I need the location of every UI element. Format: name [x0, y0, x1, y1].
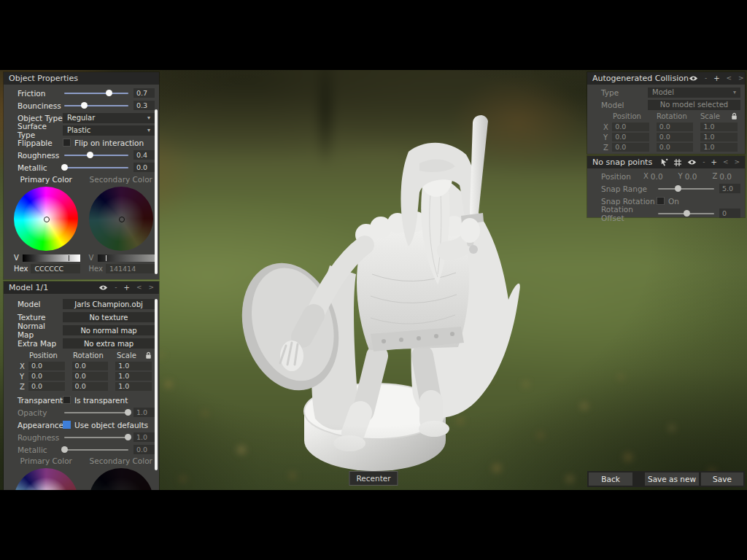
model-metallic-value[interactable]: 0.0: [133, 445, 155, 454]
model-file-button[interactable]: Jarls Champion.obj: [63, 299, 155, 309]
recenter-button[interactable]: Recenter: [349, 471, 398, 486]
object-type-dropdown[interactable]: Regular ▾: [63, 113, 155, 123]
rotation-y-input[interactable]: 0.0: [72, 372, 109, 381]
next-snap-button[interactable]: >: [734, 159, 740, 166]
lock-icon[interactable]: [731, 112, 738, 120]
slider-knob[interactable]: [61, 446, 68, 453]
snap-y-input[interactable]: 0.0: [685, 172, 708, 181]
primary-value-bar[interactable]: [23, 254, 80, 262]
value-bar-cursor[interactable]: [69, 255, 69, 261]
scrollbar[interactable]: [155, 109, 158, 274]
model-primary-color-wheel[interactable]: [14, 468, 78, 490]
save-button[interactable]: Save: [701, 472, 743, 486]
prev-snap-button[interactable]: <: [723, 159, 729, 166]
collision-scale-z[interactable]: 1.0: [700, 143, 738, 152]
roughness-value[interactable]: 0.4: [133, 150, 155, 160]
collision-rotation-y[interactable]: 0.0: [657, 133, 694, 141]
eye-icon[interactable]: [687, 159, 697, 166]
scrollbar[interactable]: [155, 299, 158, 470]
transparent-checkbox[interactable]: [63, 396, 71, 404]
slider-knob[interactable]: [675, 185, 681, 192]
prev-model-button[interactable]: <: [136, 284, 142, 291]
collision-scale-x[interactable]: 1.0: [700, 122, 738, 131]
primary-color-wheel[interactable]: [14, 187, 78, 251]
slider-knob[interactable]: [106, 90, 112, 96]
collision-type-dropdown[interactable]: Model ▾: [648, 88, 740, 98]
snap-range-slider[interactable]: [657, 182, 716, 195]
slider-knob[interactable]: [125, 434, 131, 440]
metallic-slider[interactable]: [63, 161, 130, 174]
secondary-value-bar[interactable]: [98, 254, 155, 262]
collision-scale-y[interactable]: 1.0: [700, 133, 738, 141]
next-model-button[interactable]: >: [148, 284, 154, 291]
slider-knob[interactable]: [684, 210, 690, 217]
texture-file-button[interactable]: No texture: [63, 312, 155, 322]
opacity-slider[interactable]: [63, 406, 130, 419]
friction-slider[interactable]: [63, 87, 130, 99]
slider-knob[interactable]: [87, 152, 93, 158]
add-snap-button[interactable]: +: [711, 159, 717, 166]
model-metallic-slider[interactable]: [63, 443, 130, 456]
collision-rotation-x[interactable]: 0.0: [657, 122, 694, 131]
value-bar-cursor[interactable]: [106, 255, 107, 261]
snap-grid-icon[interactable]: [674, 159, 681, 166]
add-model-button[interactable]: +: [124, 284, 130, 292]
back-button[interactable]: Back: [589, 472, 632, 486]
remove-snap-button[interactable]: -: [703, 159, 705, 166]
snap-rotation-checkbox[interactable]: [657, 197, 665, 205]
roughness-slider[interactable]: [63, 149, 130, 161]
surface-type-dropdown[interactable]: Plastic ▾: [63, 125, 155, 136]
scale-z-input[interactable]: 1.0: [115, 382, 152, 391]
flippable-checkbox[interactable]: [63, 139, 71, 147]
remove-model-button[interactable]: -: [115, 284, 117, 291]
object-properties-header[interactable]: Object Properties: [4, 72, 159, 85]
secondary-color-wheel[interactable]: [89, 187, 153, 251]
slider-knob[interactable]: [125, 409, 131, 416]
collision-position-x[interactable]: 0.0: [612, 122, 649, 131]
prev-collision-button[interactable]: <: [727, 75, 732, 82]
collision-position-y[interactable]: 0.0: [612, 133, 649, 141]
bounciness-slider[interactable]: [63, 99, 130, 112]
opacity-value[interactable]: 1.0: [133, 408, 155, 417]
snap-panel-header[interactable]: No snap points - + < >: [587, 156, 745, 168]
eye-icon[interactable]: [98, 284, 108, 291]
collision-position-z[interactable]: 0.0: [612, 143, 649, 152]
secondary-hex-input[interactable]: 141414: [106, 264, 155, 273]
slider-knob[interactable]: [81, 102, 88, 109]
position-x-input[interactable]: 0.0: [28, 362, 65, 370]
snap-pointer-icon[interactable]: [660, 158, 668, 166]
collision-panel-header[interactable]: Autogenerated Collision - + < >: [587, 72, 745, 85]
position-z-input[interactable]: 0.0: [28, 382, 65, 391]
rotation-offset-value[interactable]: 0: [719, 209, 740, 218]
appearance-checkbox[interactable]: [63, 421, 71, 429]
extra-map-file-button[interactable]: No extra map: [63, 338, 155, 349]
add-collision-button[interactable]: +: [713, 75, 719, 82]
bounciness-value[interactable]: 0.3: [133, 101, 155, 110]
save-as-new-button[interactable]: Save as new: [645, 472, 699, 486]
normal-map-file-button[interactable]: No normal map: [63, 325, 155, 335]
model-roughness-slider[interactable]: [63, 431, 130, 443]
texture-label: Texture: [18, 313, 63, 322]
collision-rotation-z[interactable]: 0.0: [657, 143, 694, 152]
snap-z-input[interactable]: 0.0: [719, 172, 740, 181]
next-collision-button[interactable]: >: [738, 75, 744, 82]
scale-y-input[interactable]: 1.0: [115, 372, 152, 381]
scale-x-input[interactable]: 1.0: [115, 362, 152, 370]
model-panel-header[interactable]: Model 1/1 - + < >: [4, 281, 159, 294]
position-y-input[interactable]: 0.0: [28, 372, 65, 381]
snap-x-input[interactable]: 0.0: [651, 172, 673, 181]
eye-icon[interactable]: [689, 75, 698, 82]
lock-icon[interactable]: [145, 351, 152, 359]
rotation-z-input[interactable]: 0.0: [72, 382, 109, 391]
rotation-offset-slider[interactable]: [657, 207, 716, 219]
snap-range-value[interactable]: 5.0: [719, 184, 740, 193]
slider-knob[interactable]: [61, 164, 68, 171]
friction-value[interactable]: 0.7: [133, 88, 155, 98]
remove-collision-button[interactable]: -: [705, 75, 707, 82]
metallic-value[interactable]: 0.0: [133, 163, 155, 172]
collision-model-button[interactable]: No model selected: [648, 100, 740, 110]
model-roughness-value[interactable]: 1.0: [133, 432, 155, 442]
primary-hex-input[interactable]: CCCCCC: [31, 264, 80, 273]
rotation-x-input[interactable]: 0.0: [72, 362, 109, 370]
model-secondary-color-wheel[interactable]: [89, 468, 153, 490]
